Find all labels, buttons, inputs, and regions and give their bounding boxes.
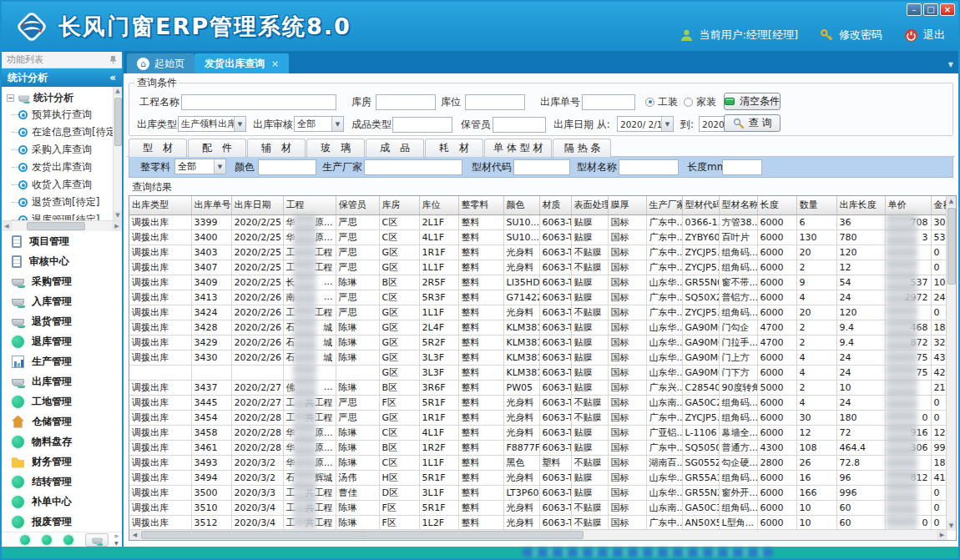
maker-input[interactable] (364, 159, 462, 175)
stats-section-header[interactable]: 统计分析 « (2, 68, 122, 87)
column-header[interactable]: 生产厂家 (646, 196, 682, 214)
search-button[interactable]: 查 询 (724, 114, 781, 132)
scroll-down-icon[interactable]: ▼ (114, 211, 122, 220)
chevron-down-icon[interactable]: ▼ (234, 117, 245, 131)
circle-icon[interactable] (42, 535, 52, 545)
material-tab[interactable]: 配 件 (188, 139, 246, 157)
tree-item[interactable]: 采购入库查询 (7, 141, 122, 159)
scroll-left-icon[interactable]: ◀ (129, 530, 140, 540)
grid-horizontal-scrollbar[interactable]: ◀ ▶ (129, 529, 947, 540)
sidebar-module-item[interactable]: 出库管理 (2, 371, 122, 391)
scroll-up-icon[interactable]: ▲ (114, 87, 122, 96)
pin-icon[interactable] (109, 55, 117, 64)
cart-toolbar-button[interactable] (85, 533, 109, 547)
tab-close-icon[interactable]: × (271, 58, 279, 69)
tab-home[interactable]: ⌂ 起始页 (127, 53, 195, 73)
column-header[interactable]: 膜厚 (608, 196, 646, 214)
tree-horizontal-scrollbar[interactable]: ◀ ▶ (2, 220, 122, 231)
tab-list-chevron-icon[interactable]: ▼ (948, 61, 953, 68)
collapse-chevron-icon[interactable]: « (109, 72, 116, 83)
profile-code-input[interactable] (513, 159, 570, 175)
maximize-button[interactable]: □ (923, 3, 938, 16)
tree-item[interactable]: 在途信息查询[待定] (7, 124, 122, 141)
chevron-down-icon[interactable]: ▼ (331, 117, 343, 131)
sidebar-module-item[interactable]: 审核中心 (2, 251, 122, 271)
column-header[interactable]: 数量 (796, 196, 836, 214)
close-button[interactable]: × (940, 3, 955, 16)
table-row[interactable]: G区 3L3F 整料 KLM3817 6063-T5 贴膜 国标 山东华... … (129, 365, 947, 380)
circle-icon[interactable] (63, 535, 73, 545)
column-header[interactable]: 型材代码 (682, 196, 719, 214)
material-tab[interactable]: 单 体 型 材 (484, 139, 552, 157)
scroll-right-icon[interactable]: ▶ (112, 221, 122, 231)
outbound-type-select[interactable]: 生产领料出库▼ (178, 116, 246, 132)
material-tab[interactable]: 耗 材 (425, 139, 483, 157)
table-row[interactable]: 调拨出库 3461 2020/2/28 华原... 陈琳 B区 1R2F 整料 … (129, 440, 947, 455)
column-header[interactable]: 单价 (885, 196, 931, 214)
table-row[interactable]: 调拨出库 3428 2020/2/26 石城 陈琳 G区 2L4F 整料 KLM… (129, 320, 947, 335)
warehouse-input[interactable] (376, 94, 436, 110)
radio-industrial[interactable]: 工装 (645, 93, 678, 110)
table-row[interactable]: 调拨出库 3430 2020/2/26 石城 陈琳 G区 3L3F 整料 KLM… (129, 350, 947, 365)
table-row[interactable]: 调拨出库 3500 2020/3/3 工共工程 曹佳 D区 3L1F 整料 LT… (129, 485, 947, 500)
tree-item[interactable]: 退库管理[待定] (7, 211, 122, 220)
radio-unselected-icon[interactable] (684, 98, 693, 107)
table-row[interactable]: 调拨出库 3424 2020/2/26 工工程 严思 G区 1L1F 整料 光身… (129, 305, 947, 320)
table-row[interactable]: 调拨出库 3445 2020/2/27 工共工程 严思 F区 5R1F 整料 光… (129, 395, 947, 410)
keeper-input[interactable] (493, 117, 546, 133)
material-tab[interactable]: 玻 璃 (306, 139, 365, 157)
profile-name-input[interactable] (619, 159, 679, 175)
radio-selected-icon[interactable] (645, 98, 654, 107)
table-row[interactable]: 调拨出库 3409 2020/2/25 长... 陈琳 B区 2R5F 整料 L… (129, 275, 947, 290)
minimize-button[interactable]: – (907, 3, 922, 16)
sidebar-module-item[interactable]: 结转管理 (2, 472, 122, 492)
table-row[interactable]: 调拨出库 3437 2020/2/27 佛... 陈琳 B区 3R6F 整料 P… (129, 380, 947, 395)
table-row[interactable]: 调拨出库 3494 2020/3/2 石辉城 汤伟 H区 5R1F 整料 光身料 (129, 470, 947, 485)
sidebar-module-item[interactable]: 物料盘存 (2, 431, 122, 452)
tree-item[interactable]: 预算执行查询 (7, 106, 122, 124)
tree-root[interactable]: − 统计分析 (7, 89, 122, 106)
sidebar-module-item[interactable]: 生产管理 (2, 351, 122, 371)
material-tab[interactable]: 辅 材 (247, 139, 306, 157)
table-row[interactable]: 调拨出库 3458 2020/2/28 华原... 陈琳 C区 4L1F 整料 … (129, 425, 947, 440)
date-from-select[interactable]: 2020/ 2/16▼ (617, 116, 674, 132)
column-header[interactable]: 材质 (539, 196, 571, 214)
table-row[interactable]: 调拨出库 3413 2020/2/26 南... 严思 C区 5R3F 整料 G… (129, 290, 947, 305)
project-name-input[interactable] (181, 94, 336, 110)
material-tab[interactable]: 隔 热 条 (553, 139, 611, 157)
column-header[interactable]: 出库长度 (836, 196, 885, 214)
scroll-thumb[interactable] (114, 98, 122, 146)
radio-home[interactable]: 家装 (684, 93, 716, 110)
column-header[interactable]: 出库类型 (129, 196, 191, 214)
column-header[interactable]: 颜色 (503, 196, 539, 214)
sidebar-module-item[interactable]: 财务管理 (2, 452, 122, 472)
change-password-link[interactable]: 修改密码 (839, 28, 882, 43)
sidebar-module-item[interactable]: 报废管理 (2, 512, 122, 532)
column-header[interactable]: 出库日期 (231, 196, 283, 214)
sidebar-module-item[interactable]: 退库管理 (2, 331, 122, 351)
table-row[interactable]: 调拨出库 3399 2020/2/25 华原... 严思 C区 2L1F 整料 … (129, 214, 947, 230)
scroll-thumb[interactable] (947, 208, 956, 285)
location-input[interactable] (465, 94, 525, 110)
order-no-input[interactable] (582, 94, 635, 110)
scroll-thumb[interactable] (141, 531, 584, 539)
chevron-down-icon[interactable]: ▼ (214, 159, 225, 174)
scroll-down-icon[interactable]: ▼ (947, 521, 956, 531)
sidebar-module-item[interactable]: 工地管理 (2, 391, 122, 411)
sidebar-module-item[interactable]: 退货管理 (2, 311, 122, 331)
tab-shipping-outbound-query[interactable]: 发货出库查询 × (195, 53, 289, 73)
column-header[interactable]: 出库单号 (191, 196, 231, 214)
tree-item[interactable]: 发货出库查询 (7, 159, 122, 176)
sidebar-module-item[interactable]: 补单中心 (2, 492, 122, 512)
clear-conditions-button[interactable]: 清空条件 (724, 93, 781, 110)
part-type-select[interactable]: 全部▼ (174, 159, 226, 174)
table-row[interactable]: 调拨出库 3493 2020/3/2 华原... 陈琳 C区 1L1F 整料 黑… (129, 455, 947, 470)
tree-collapse-icon[interactable]: − (7, 94, 14, 102)
product-type-input[interactable] (392, 117, 452, 133)
table-row[interactable]: 调拨出库 3429 2020/2/26 石城 陈琳 G区 5R2F 整料 KLM… (129, 335, 947, 350)
scroll-thumb[interactable] (27, 222, 85, 230)
column-header[interactable]: 长度 (757, 196, 796, 214)
column-header[interactable]: 整零料 (458, 196, 503, 214)
audit-select[interactable]: 全部▼ (294, 116, 344, 132)
table-row[interactable]: 调拨出库 3454 2020/2/28 工共工程 严思 G区 1R1F 整料 光… (129, 410, 947, 425)
